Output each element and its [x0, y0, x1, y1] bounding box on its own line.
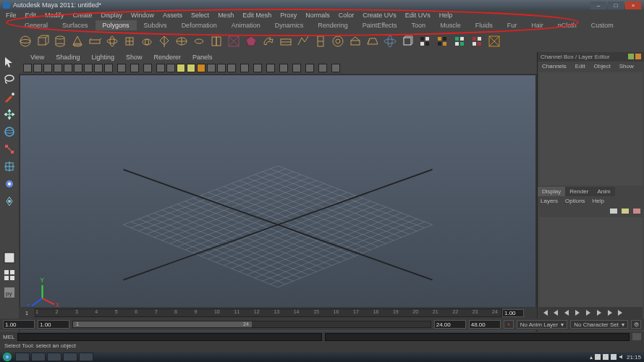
shelf-button-22[interactable]: [399, 33, 415, 49]
shelf-button-20[interactable]: [365, 33, 381, 49]
show-manip-tool[interactable]: [1, 194, 17, 209]
panel-tool-7[interactable]: [94, 64, 103, 72]
menu-edit-uvs[interactable]: Edit UVs: [401, 10, 435, 20]
shelf-tab-painteffects[interactable]: PaintEffects: [355, 20, 404, 30]
menu-assets[interactable]: Assets: [158, 10, 187, 20]
panel-tool-17[interactable]: [207, 64, 216, 72]
channel-tab-edit[interactable]: Edit: [571, 62, 590, 71]
shelf-button-9[interactable]: [174, 33, 190, 49]
menu-color[interactable]: Color: [334, 10, 359, 20]
panel-menu-shading[interactable]: Shading: [50, 52, 85, 62]
panel-tool-1[interactable]: [33, 64, 42, 72]
shelf-tab-fur[interactable]: Fur: [500, 20, 525, 30]
scale-tool[interactable]: [1, 142, 17, 156]
shelf-button-19[interactable]: [347, 33, 363, 49]
panel-menu-view[interactable]: View: [25, 52, 50, 62]
panel-tool-25[interactable]: [305, 64, 314, 72]
shelf-tab-dynamics[interactable]: Dynamics: [268, 20, 311, 30]
step-back-key-button[interactable]: [551, 308, 560, 317]
menu-window[interactable]: Window: [127, 10, 158, 20]
show-hidden-icon[interactable]: ▴: [590, 354, 593, 361]
layer-tab-render[interactable]: Render: [565, 187, 593, 196]
range-end-outer[interactable]: [469, 320, 501, 329]
single-pane-layout[interactable]: [1, 251, 17, 265]
close-button[interactable]: ×: [625, 1, 641, 9]
shelf-button-11[interactable]: [208, 33, 224, 49]
system-clock[interactable]: 21:15: [627, 354, 641, 361]
panel-tool-6[interactable]: [84, 64, 93, 72]
shelf-button-25[interactable]: [452, 33, 467, 49]
shelf-button-4[interactable]: [87, 33, 103, 49]
menu-normals[interactable]: Normals: [301, 10, 334, 20]
tray-volume-icon[interactable]: [619, 354, 624, 360]
move-tool[interactable]: [1, 107, 17, 122]
paint-select-tool[interactable]: [1, 90, 17, 104]
shelf-tab-custom[interactable]: Custom: [584, 20, 621, 30]
layer-menu-options[interactable]: Options: [565, 198, 585, 204]
menu-help[interactable]: Help: [435, 10, 457, 20]
channel-panel-icon[interactable]: [635, 54, 641, 59]
taskbar-icon[interactable]: [63, 353, 77, 361]
channel-tab-show[interactable]: Show: [615, 62, 638, 71]
shelf-button-10[interactable]: [191, 33, 207, 49]
menu-display[interactable]: Display: [97, 10, 127, 20]
shelf-button-23[interactable]: [417, 33, 433, 49]
shelf-tab-hair[interactable]: Hair: [524, 20, 551, 30]
time-slider-track[interactable]: 123456789101112131415161718192021222324: [35, 308, 502, 317]
panel-menu-show[interactable]: Show: [120, 52, 148, 62]
panel-tool-8[interactable]: [104, 64, 113, 72]
script-editor-button[interactable]: py: [1, 285, 17, 300]
panel-tool-19[interactable]: [227, 64, 236, 72]
panel-tool-11[interactable]: [143, 64, 152, 72]
panel-tool-16[interactable]: [197, 64, 206, 72]
command-line-input[interactable]: [17, 333, 322, 341]
shelf-button-27[interactable]: [486, 33, 502, 49]
minimize-button[interactable]: –: [590, 1, 606, 9]
script-editor-icon[interactable]: [632, 333, 641, 340]
time-slider-end-field[interactable]: [502, 309, 524, 317]
range-start-inner[interactable]: [38, 320, 69, 329]
panel-tool-18[interactable]: [217, 64, 226, 72]
panel-tool-27[interactable]: [331, 64, 340, 72]
shelf-button-7[interactable]: [139, 33, 155, 49]
menu-modify[interactable]: Modify: [41, 10, 69, 20]
shelf-button-16[interactable]: [295, 33, 311, 49]
time-slider[interactable]: 1 12345678910111213141516171819202122232…: [19, 307, 537, 319]
layer-tab-anim[interactable]: Anim: [593, 187, 614, 196]
menu-proxy[interactable]: Proxy: [276, 10, 301, 20]
goto-start-button[interactable]: [541, 308, 549, 317]
panel-tool-3[interactable]: [54, 64, 62, 72]
shelf-tab-deformation[interactable]: Deformation: [174, 20, 224, 30]
shelf-button-17[interactable]: [313, 33, 329, 49]
menu-create-uvs[interactable]: Create UVs: [358, 10, 401, 20]
panel-tool-2[interactable]: [43, 64, 52, 72]
auto-key-button[interactable]: [504, 320, 514, 329]
shelf-button-26[interactable]: [469, 33, 485, 49]
shelf-button-3[interactable]: [69, 33, 85, 49]
shelf-button-13[interactable]: [243, 33, 259, 49]
shelf-button-24[interactable]: [434, 33, 450, 49]
perspective-viewport[interactable]: Y X Z persp: [20, 75, 535, 337]
shelf-tab-animation[interactable]: Animation: [224, 20, 268, 30]
panel-tool-22[interactable]: [266, 64, 275, 72]
panel-tool-10[interactable]: [130, 64, 139, 72]
select-tool[interactable]: [1, 55, 17, 70]
new-layer-selected-icon[interactable]: [621, 207, 630, 214]
tray-network-icon[interactable]: [611, 354, 617, 360]
panel-tool-24[interactable]: [292, 64, 301, 72]
shelf-tab-polygons[interactable]: Polygons: [96, 20, 137, 30]
shelf-button-12[interactable]: [226, 33, 242, 49]
layer-menu-layers[interactable]: Layers: [541, 198, 558, 204]
new-layer-icon[interactable]: [609, 207, 618, 214]
panel-tool-15[interactable]: [187, 64, 195, 72]
shelf-tab-surfaces[interactable]: Surfaces: [55, 20, 96, 30]
panel-tool-26[interactable]: [318, 64, 327, 72]
range-track[interactable]: 124: [72, 321, 431, 328]
panel-tool-13[interactable]: [166, 64, 175, 72]
rotate-tool[interactable]: [1, 125, 17, 139]
shelf-button-14[interactable]: [260, 33, 276, 49]
panel-menu-panels[interactable]: Panels: [187, 52, 219, 62]
universal-manip-tool[interactable]: [1, 159, 17, 174]
panel-tool-23[interactable]: [279, 64, 288, 72]
shelf-button-1[interactable]: [35, 33, 51, 49]
